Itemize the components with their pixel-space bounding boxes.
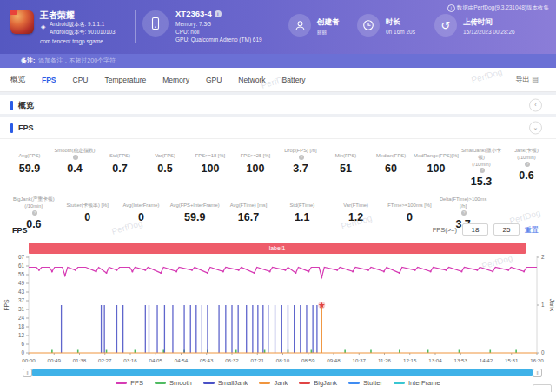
chart-scrollbar[interactable]: ‖ ‖ (23, 369, 542, 377)
metric-info-icon[interactable]: ? (73, 155, 78, 160)
export-label: 导出 (515, 75, 529, 84)
legend-swatch (348, 382, 360, 384)
scrollbar-left-handle[interactable]: ‖ (23, 369, 32, 377)
metric-value: 0 (382, 211, 436, 223)
metric: MedRange(FPS)[%]100 (414, 148, 459, 188)
svg-text:24: 24 (18, 315, 25, 321)
svg-text:37: 37 (18, 297, 25, 303)
legend-label: SmallJank (218, 379, 248, 387)
fps-chart-svg[interactable]: 676155494337312418126021000:0000:4901:38… (0, 254, 556, 367)
metric-value: 100 (414, 163, 459, 175)
overview-collapse-button[interactable]: ‹ (529, 99, 542, 112)
svg-text:31: 31 (18, 306, 25, 312)
metric-info-icon[interactable]: ? (461, 210, 467, 216)
svg-text:04:54: 04:54 (175, 357, 189, 363)
tab-bar-items: 概览FPSCPUTemperatureMemoryGPUNetworkBatte… (10, 75, 305, 85)
metric-value: 59.9 (7, 163, 52, 175)
legend-item-Smooth[interactable]: Smooth (155, 379, 192, 387)
report-header: 王者荣耀 ◈ Android版本名: 9.1.1.1 Android版本号: 9… (0, 0, 556, 54)
tab-Battery[interactable]: Battery (282, 76, 306, 84)
metric: FTime>=100ms [%]0 (382, 196, 436, 230)
svg-text:14:42: 14:42 (480, 357, 493, 363)
svg-text:07:21: 07:21 (251, 357, 265, 363)
legend-item-BigJank[interactable]: BigJank (299, 379, 337, 387)
metric: SmallJank(微小卡顿) (/10min)?15.3 (459, 148, 504, 188)
metric: Min(FPS)51 (323, 148, 368, 188)
metric-label: Stutter(卡顿率) [%] (61, 196, 115, 209)
note-input-bar[interactable]: 备注: 添加备注，不超过200个字符 (0, 54, 556, 68)
scrollbar-right-handle[interactable]: ‖ (533, 369, 542, 377)
svg-text:1: 1 (541, 302, 545, 308)
legend-item-InterFrame[interactable]: InterFrame (394, 379, 440, 387)
metric-info-icon[interactable]: ? (299, 155, 304, 160)
metric-value: 15.3 (459, 176, 504, 188)
metric-value: 0.6 (504, 169, 549, 182)
svg-text:18: 18 (18, 323, 25, 329)
metric: Jank(卡顿) (/10min)?0.6 (504, 148, 549, 188)
metric-info-icon[interactable]: ? (32, 210, 37, 216)
reset-link[interactable]: 重置 (525, 225, 539, 235)
metric-value: 16.7 (222, 211, 275, 223)
metric-label: Jank(卡顿) (/10min)? (504, 148, 549, 167)
fps-section-title: FPS (18, 123, 34, 132)
metric: Var(FTime)1.2 (329, 196, 383, 230)
metric-value: 0.4 (52, 163, 97, 175)
upload-time-icon: ↺ (434, 14, 457, 37)
svg-text:05:43: 05:43 (200, 357, 214, 363)
metric-label: Median(FPS) (368, 148, 414, 160)
fps-threshold-input-1[interactable] (462, 223, 488, 236)
svg-text:00:49: 00:49 (48, 357, 62, 363)
tab-FPS[interactable]: FPS (42, 76, 56, 84)
metric-label: Var(FPS) (142, 148, 188, 160)
device-name: XT2363-4i (175, 9, 222, 18)
tab-CPU[interactable]: CPU (73, 76, 89, 84)
legend-label: BigJank (314, 379, 337, 387)
metric: Avg(FPS)59.9 (7, 148, 52, 188)
legend-swatch (394, 382, 405, 384)
fps-threshold-input-2[interactable] (493, 223, 520, 236)
metric-label: Avg(FPS) (7, 148, 52, 160)
duration-value: 0h 16m 20s (386, 29, 415, 35)
svg-text:00:00: 00:00 (22, 357, 36, 363)
metric-value: 100 (233, 163, 278, 175)
svg-text:0: 0 (541, 349, 545, 355)
svg-text:10:37: 10:37 (353, 357, 367, 363)
metrics-row-2: BigJank(严重卡顿) (/10min)?0.6Stutter(卡顿率) [… (0, 196, 497, 230)
creator-value: 丽丽 (317, 30, 327, 36)
svg-text:61: 61 (18, 262, 25, 269)
svg-text:12: 12 (18, 332, 25, 338)
scrollbar-track[interactable] (32, 369, 533, 376)
metric-label: Avg(InterFrame) (115, 196, 169, 209)
fps-collapse-button[interactable]: ⌄ (529, 122, 542, 135)
metric-info-icon[interactable]: ? (525, 162, 530, 167)
metric-value: 3.7 (278, 163, 323, 175)
legend-item-FPS[interactable]: FPS (116, 379, 143, 387)
svg-text:08:10: 08:10 (276, 357, 290, 363)
metric-label: Min(FPS) (323, 148, 368, 160)
corner-widget[interactable] (533, 384, 552, 392)
clock-icon (357, 14, 380, 37)
metric-info-icon[interactable]: ? (480, 168, 485, 173)
chart-label-band[interactable]: label1 (29, 243, 526, 254)
device-info-icon[interactable]: i (215, 10, 222, 17)
tab-bar: 概览FPSCPUTemperatureMemoryGPUNetworkBatte… (0, 68, 556, 92)
fps-chart[interactable]: 676155494337312418126021000:0000:4901:38… (0, 254, 556, 367)
svg-text:04:05: 04:05 (149, 357, 163, 363)
tab-Memory[interactable]: Memory (162, 76, 189, 84)
tab-概览[interactable]: 概览 (10, 75, 25, 85)
svg-text:6: 6 (21, 341, 24, 347)
game-app-icon (10, 10, 34, 34)
duration-label: 时长 (386, 17, 400, 28)
tab-Network[interactable]: Network (238, 76, 265, 84)
legend-label: InterFrame (408, 379, 440, 387)
legend-item-SmallJank[interactable]: SmallJank (203, 379, 248, 387)
export-button[interactable]: 导出 ▤ (515, 68, 539, 91)
metric-value: 60 (368, 163, 414, 175)
legend-item-Jank[interactable]: Jank (259, 379, 288, 387)
tab-GPU[interactable]: GPU (206, 76, 222, 84)
metric-value: 0.5 (142, 163, 188, 175)
legend-swatch (259, 382, 270, 384)
legend-item-Stutter[interactable]: Stutter (348, 379, 382, 387)
tab-Temperature[interactable]: Temperature (104, 76, 146, 84)
metric-label: FPS>=25 [%] (233, 148, 278, 160)
